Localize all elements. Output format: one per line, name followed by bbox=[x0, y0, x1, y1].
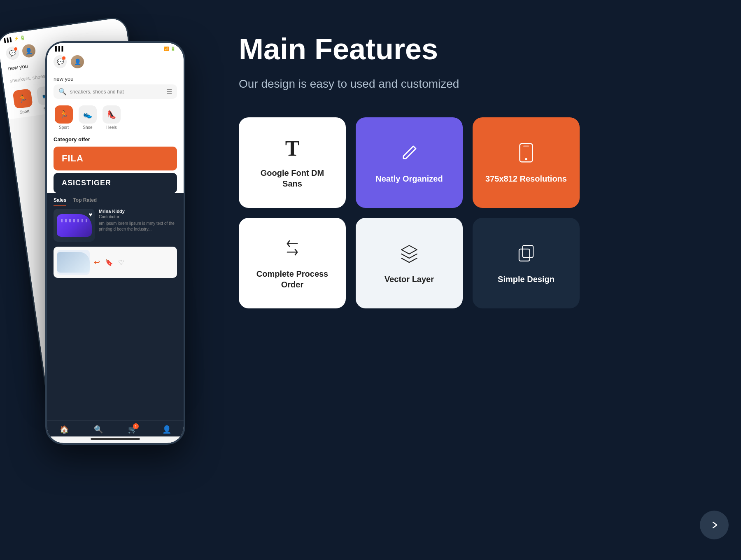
cat-heels[interactable]: 👠 Heels bbox=[101, 105, 122, 130]
cat-sport-icon: 🏃 bbox=[55, 105, 73, 124]
product-image-2 bbox=[57, 250, 90, 275]
text-icon: T bbox=[285, 138, 300, 159]
feature-simple-design-label: Simple Design bbox=[498, 274, 555, 285]
cart-badge: 2 bbox=[133, 423, 139, 429]
asics-brand[interactable]: ASICSTIGER bbox=[54, 173, 177, 193]
product-actions: ↩ 🔖 ♡ bbox=[94, 258, 124, 267]
feature-resolutions-label: 375x812 Resolutions bbox=[485, 173, 567, 184]
search-section: new you 🔍 ☰ bbox=[47, 72, 184, 102]
product-role: Contributor bbox=[99, 215, 177, 219]
search-bar[interactable]: 🔍 ☰ bbox=[54, 84, 177, 99]
shoe-image-2 bbox=[57, 252, 90, 273]
search-input[interactable] bbox=[70, 89, 163, 95]
svg-rect-2 bbox=[523, 146, 529, 147]
cat-sport[interactable]: 🏃 Sport bbox=[54, 105, 74, 130]
greeting-text: new you bbox=[54, 76, 177, 82]
shoe-image bbox=[57, 214, 92, 237]
phone-icon bbox=[517, 143, 535, 165]
feature-card-neatly-organized[interactable]: Neatly Organized bbox=[356, 117, 463, 208]
product-section: ♥ Mrina Kiddy Contributor em ipsum lorem… bbox=[47, 206, 184, 420]
svg-rect-5 bbox=[522, 245, 533, 257]
app-header: 💬 👤 bbox=[47, 53, 184, 72]
page-subtitle: Our design is easy to used and customize… bbox=[239, 75, 527, 93]
shoe-laces bbox=[61, 219, 88, 222]
feature-card-simple-design[interactable]: Simple Design bbox=[473, 218, 580, 308]
svg-point-1 bbox=[525, 158, 527, 160]
cat-shoe[interactable]: 👟 Shoe bbox=[77, 105, 98, 130]
product-author: Mrina Kiddy bbox=[99, 209, 177, 214]
cat-heels-icon: 👠 bbox=[103, 105, 121, 124]
cat-shoe-label: Shoe bbox=[83, 125, 92, 130]
back-cat-sport-label: Sport bbox=[19, 109, 30, 114]
wishlist-heart-icon[interactable]: ♥ bbox=[89, 211, 92, 218]
category-title: Category offer bbox=[54, 136, 177, 142]
home-indicator bbox=[91, 438, 140, 440]
feature-google-font-label: Google Font DM Sans bbox=[251, 168, 333, 189]
product-card: ♥ Mrina Kiddy Contributor em ipsum lorem… bbox=[54, 209, 177, 242]
wifi-icon: 📶 bbox=[164, 47, 169, 51]
tab-top-rated[interactable]: Top Rated bbox=[73, 197, 97, 206]
phone-area: ▌▌▌ ⚡ 🔋 💬 👤 new you sneakers, shoes and … bbox=[0, 0, 255, 560]
scroll-button[interactable] bbox=[700, 511, 729, 539]
arrows-icon bbox=[283, 238, 301, 260]
product-image: ♥ bbox=[54, 209, 95, 242]
back-chat-icon: 💬 bbox=[5, 46, 20, 61]
svg-rect-6 bbox=[519, 249, 530, 261]
back-cat-sport-icon: 🏃 bbox=[12, 89, 33, 109]
feature-neatly-organized-label: Neatly Organized bbox=[375, 173, 443, 184]
product-info: Mrina Kiddy Contributor em ipsum lorem l… bbox=[99, 209, 177, 232]
product-card-2: ↩ 🔖 ♡ bbox=[54, 247, 177, 278]
share-icon[interactable]: ♡ bbox=[118, 259, 124, 266]
nav-profile-icon[interactable]: 👤 bbox=[162, 425, 171, 434]
category-section: Category offer FILA ASICSTIGER bbox=[47, 133, 184, 193]
signal-icon: ▌▌▌ bbox=[55, 46, 65, 51]
feature-card-google-font[interactable]: T Google Font DM Sans bbox=[239, 117, 346, 208]
feature-card-resolutions[interactable]: 375x812 Resolutions bbox=[473, 117, 580, 208]
back-header-icons: 💬 👤 bbox=[5, 43, 36, 61]
nav-cart-icon[interactable]: 🛒 2 bbox=[128, 425, 137, 434]
back-status-time: ▌▌▌ ⚡ 🔋 bbox=[4, 35, 25, 43]
reply-icon[interactable]: ↩ bbox=[94, 258, 100, 267]
bottom-nav: 🏠 🔍 🛒 2 👤 bbox=[47, 420, 184, 436]
nav-home-icon[interactable]: 🏠 bbox=[60, 425, 69, 434]
feature-card-process-order[interactable]: Complete Process Order bbox=[239, 218, 346, 308]
pencil-icon bbox=[399, 143, 419, 165]
tabs-row: Sales Top Rated bbox=[47, 193, 184, 206]
page-title: Main Features bbox=[239, 33, 708, 65]
copy-icon bbox=[516, 243, 536, 266]
brand-list: FILA ASICSTIGER bbox=[54, 147, 177, 193]
features-grid: T Google Font DM Sans Neatly Organized 3… bbox=[239, 117, 708, 308]
phone-front: ▌▌▌ 📶 🔋 💬 👤 new you 🔍 ☰ bbox=[45, 41, 185, 445]
product-description: em ipsum lorem lipsum is mmy text of the… bbox=[99, 221, 177, 232]
cat-heels-label: Heels bbox=[106, 125, 117, 130]
content-area: Main Features Our design is easy to used… bbox=[239, 33, 708, 308]
cat-sport-label: Sport bbox=[59, 125, 69, 130]
user-avatar[interactable]: 👤 bbox=[71, 55, 84, 68]
feature-card-vector-layer[interactable]: Vector Layer bbox=[356, 218, 463, 308]
filter-icon[interactable]: ☰ bbox=[166, 88, 172, 96]
cat-shoe-icon: 👟 bbox=[79, 105, 97, 124]
battery-icon: 🔋 bbox=[170, 47, 175, 51]
feature-vector-layer-label: Vector Layer bbox=[384, 274, 434, 285]
fila-brand[interactable]: FILA bbox=[54, 147, 177, 170]
bookmark-icon[interactable]: 🔖 bbox=[105, 259, 113, 266]
tab-sales[interactable]: Sales bbox=[54, 197, 66, 206]
feature-process-order-label: Complete Process Order bbox=[251, 268, 333, 290]
chat-icon[interactable]: 💬 bbox=[54, 55, 67, 68]
layers-icon bbox=[399, 243, 419, 266]
status-bar: ▌▌▌ 📶 🔋 bbox=[47, 43, 184, 53]
nav-search-icon[interactable]: 🔍 bbox=[94, 425, 103, 434]
search-mag-icon: 🔍 bbox=[58, 88, 67, 96]
back-avatar: 👤 bbox=[21, 43, 36, 58]
category-icons-row: 🏃 Sport 👟 Shoe 👠 Heels bbox=[47, 102, 184, 133]
